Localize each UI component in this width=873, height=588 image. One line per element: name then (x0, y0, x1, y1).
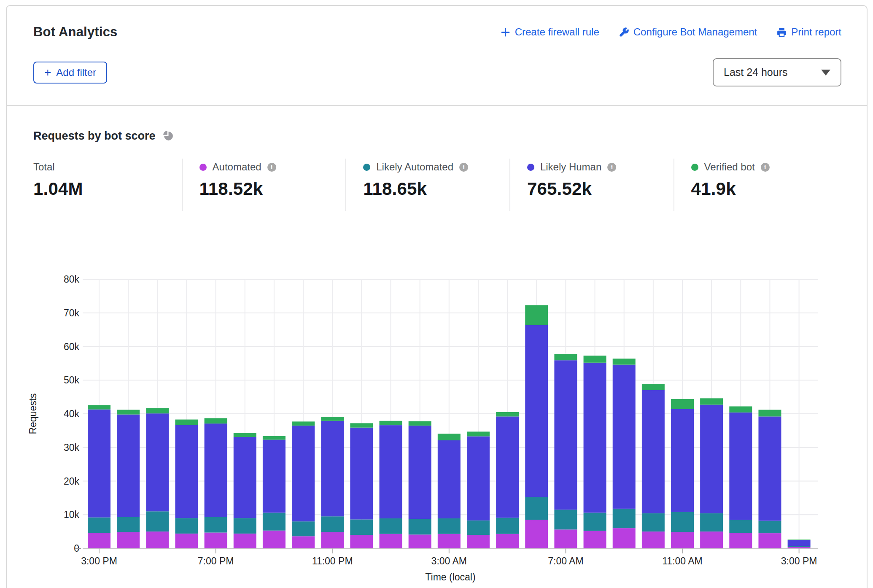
bar-segment[interactable] (467, 535, 490, 548)
action-link-create-firewall-rule[interactable]: Create firewall rule (500, 26, 599, 38)
info-icon[interactable]: i (607, 163, 616, 172)
info-icon[interactable]: i (459, 163, 468, 172)
bar-segment[interactable] (205, 418, 227, 423)
bar-segment[interactable] (146, 408, 169, 413)
bar-segment[interactable] (380, 534, 402, 548)
bar-segment[interactable] (321, 421, 344, 516)
bar-segment[interactable] (146, 413, 169, 511)
bar-segment[interactable] (380, 421, 402, 425)
bar-segment[interactable] (380, 425, 402, 518)
bar-segment[interactable] (175, 420, 198, 425)
bar-segment[interactable] (729, 533, 752, 548)
bar-segment[interactable] (788, 539, 811, 540)
bar-segment[interactable] (584, 363, 606, 513)
bar-segment[interactable] (117, 532, 140, 548)
bar-segment[interactable] (642, 531, 665, 548)
bar-segment[interactable] (525, 325, 548, 497)
bar-segment[interactable] (234, 433, 256, 437)
bar-segment[interactable] (350, 519, 373, 535)
bar-segment[interactable] (350, 423, 373, 427)
bar-segment[interactable] (758, 521, 781, 534)
time-range-select[interactable]: Last 24 hours (713, 58, 841, 86)
bar-segment[interactable] (321, 516, 344, 532)
bar-segment[interactable] (554, 529, 577, 548)
bar-segment[interactable] (525, 305, 548, 325)
bar-segment[interactable] (467, 432, 490, 436)
bar-segment[interactable] (700, 513, 723, 531)
bar-segment[interactable] (263, 440, 286, 512)
bar-segment[interactable] (409, 421, 431, 426)
bar-segment[interactable] (729, 413, 752, 520)
bar-segment[interactable] (613, 359, 636, 364)
bar-segment[interactable] (263, 436, 286, 440)
bar-segment[interactable] (205, 533, 227, 548)
bar-segment[interactable] (671, 399, 694, 409)
bar-segment[interactable] (496, 416, 519, 518)
bar-segment[interactable] (729, 520, 752, 533)
bar-segment[interactable] (758, 533, 781, 548)
bar-segment[interactable] (292, 426, 315, 521)
bar-segment[interactable] (613, 528, 636, 548)
action-link-print-report[interactable]: Print report (776, 26, 841, 38)
bar-segment[interactable] (584, 356, 606, 363)
bar-segment[interactable] (292, 421, 315, 426)
bar-segment[interactable] (409, 519, 431, 535)
bar-segment[interactable] (117, 517, 140, 532)
bar-segment[interactable] (525, 520, 548, 548)
bar-segment[interactable] (234, 534, 256, 548)
bar-segment[interactable] (584, 531, 606, 548)
bar-segment[interactable] (554, 354, 577, 360)
bar-segment[interactable] (292, 536, 315, 548)
bar-segment[interactable] (671, 512, 694, 532)
bar-segment[interactable] (234, 437, 256, 518)
bar-segment[interactable] (263, 531, 286, 548)
bar-segment[interactable] (438, 534, 461, 548)
bar-segment[interactable] (758, 410, 781, 416)
bar-segment[interactable] (350, 535, 373, 548)
bar-segment[interactable] (205, 423, 227, 517)
bar-segment[interactable] (175, 534, 198, 548)
info-icon[interactable]: i (267, 163, 276, 172)
action-link-configure-bot-management[interactable]: Configure Bot Management (619, 26, 757, 38)
bar-segment[interactable] (788, 546, 811, 547)
bar-segment[interactable] (613, 365, 636, 509)
info-icon[interactable]: i (761, 163, 770, 172)
bar-segment[interactable] (263, 512, 286, 530)
bar-segment[interactable] (175, 518, 198, 534)
bar-segment[interactable] (700, 398, 723, 405)
bar-segment[interactable] (467, 521, 490, 535)
bar-segment[interactable] (788, 540, 811, 546)
bar-segment[interactable] (438, 434, 461, 440)
bar-segment[interactable] (554, 510, 577, 529)
bar-segment[interactable] (613, 509, 636, 528)
bar-segment[interactable] (496, 518, 519, 534)
bar-segment[interactable] (788, 547, 811, 548)
bar-segment[interactable] (409, 426, 431, 519)
bar-segment[interactable] (496, 534, 519, 548)
bar-segment[interactable] (758, 416, 781, 521)
bar-segment[interactable] (146, 531, 169, 548)
bar-segment[interactable] (88, 533, 110, 548)
bar-segment[interactable] (292, 521, 315, 536)
bar-segment[interactable] (642, 390, 665, 513)
bar-segment[interactable] (234, 518, 256, 534)
bar-segment[interactable] (438, 440, 461, 518)
bar-segment[interactable] (175, 425, 198, 518)
bar-segment[interactable] (642, 384, 665, 390)
add-filter-button[interactable]: + Add filter (33, 62, 107, 84)
bar-segment[interactable] (146, 511, 169, 531)
bar-segment[interactable] (117, 415, 140, 517)
bar-segment[interactable] (729, 406, 752, 412)
bar-segment[interactable] (409, 534, 431, 548)
bar-segment[interactable] (584, 512, 606, 531)
bar-segment[interactable] (88, 518, 110, 533)
bar-segment[interactable] (671, 532, 694, 548)
bar-segment[interactable] (88, 405, 110, 409)
bar-segment[interactable] (700, 531, 723, 548)
bar-segment[interactable] (642, 513, 665, 531)
bar-segment[interactable] (321, 417, 344, 421)
bar-segment[interactable] (380, 518, 402, 534)
bar-segment[interactable] (350, 428, 373, 520)
bar-segment[interactable] (700, 405, 723, 513)
bar-segment[interactable] (88, 410, 110, 518)
